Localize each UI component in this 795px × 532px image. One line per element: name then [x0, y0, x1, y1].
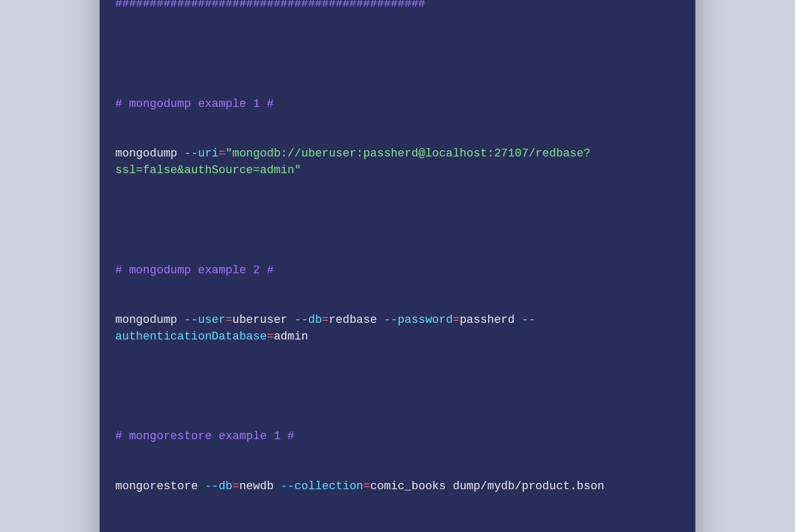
val-text: comic_books dump/mydb/product.bson: [370, 480, 605, 493]
dump2-comment: # mongodump example 2 #: [115, 262, 680, 279]
blank-line: [115, 46, 680, 63]
eq-text: =: [232, 480, 239, 493]
val-text: passherd: [460, 313, 522, 327]
flag-text: --uri: [184, 147, 219, 160]
blank-line: [115, 528, 680, 532]
flag-text: authenticationDatabase: [115, 330, 267, 343]
eq-text: =: [225, 313, 232, 327]
flag-text: --user: [184, 313, 225, 327]
eq-text: =: [267, 330, 273, 343]
eq-text: =: [322, 313, 329, 327]
dump1-command: mongodump --uri="mongodb://uberuser:pass…: [115, 146, 680, 179]
flag-text: --password: [384, 313, 453, 327]
val-text: uberuser: [232, 313, 294, 327]
terminal-content: ########################################…: [100, 0, 695, 532]
restore1-comment: # mongorestore example 1 #: [115, 428, 680, 445]
blank-line: [115, 379, 680, 395]
val-text: redbase: [329, 313, 384, 327]
restore1-command: mongorestore --db=newdb --collection=com…: [115, 478, 680, 495]
val-text: admin: [274, 330, 308, 343]
terminal-window: ########################################…: [100, 0, 695, 532]
cmd-text: mongorestore: [115, 480, 205, 493]
cmd-text: mongodump: [115, 147, 184, 160]
dump1-comment: # mongodump example 1 #: [115, 96, 680, 113]
flag-text: --collection: [281, 480, 363, 493]
header-hashline-bottom: ########################################…: [115, 0, 680, 13]
cmd-text: mongodump: [115, 313, 184, 327]
eq-text: =: [453, 313, 460, 327]
flag-text: --db: [205, 480, 233, 493]
eq-text: =: [219, 147, 225, 160]
flag-text: --db: [294, 313, 322, 327]
dump2-command: mongodump --user=uberuser --db=redbase -…: [115, 312, 680, 345]
eq-text: =: [363, 480, 370, 493]
blank-line: [115, 212, 680, 229]
val-text: newdb: [239, 480, 281, 493]
flag-text: --: [522, 313, 535, 327]
